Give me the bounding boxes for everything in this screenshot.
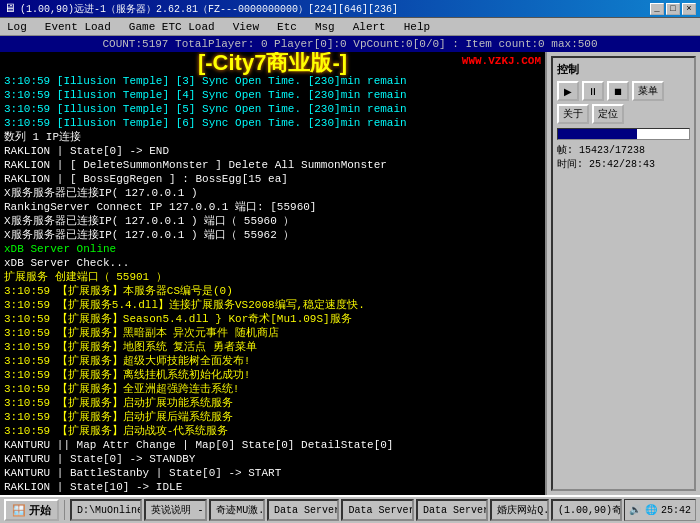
minimize-button[interactable]: _ [650, 3, 664, 15]
watermark: WWW.VZKJ.COM [462, 54, 541, 68]
app-icon: 🖥 [4, 1, 16, 16]
control-btn-菜单[interactable]: 菜单 [632, 81, 664, 101]
title-bar-controls: _ □ × [650, 3, 696, 15]
start-label: 开始 [29, 503, 51, 518]
log-line: X服务服务器已连接IP( 127.0.0.1 ) 端口（ 55960 ） [4, 214, 541, 228]
log-line: 3:10:59 【扩展服务】本服务器CS编号是(0) [4, 284, 541, 298]
menu-item-msg[interactable]: Msg [312, 20, 338, 34]
log-line: 3:10:59 【扩展服务】离线挂机系统初始化成功! [4, 368, 541, 382]
time-label: 时间: [557, 159, 583, 170]
maximize-button[interactable]: □ [666, 3, 680, 15]
log-line: 3:10:59 【扩展服务】启动扩展后端系统服务 [4, 410, 541, 424]
taskbar-divider [64, 500, 65, 520]
log-line: RAKLION | State[0] -> END [4, 144, 541, 158]
log-line: RAKLION | [ BossEggRegen ] : BossEgg[15 … [4, 172, 541, 186]
control-stats: 帧: 15423/17238 时间: 25:42/28:43 [557, 144, 690, 172]
log-line: 3:10:59 [Illusion Temple] [6] Sync Open … [4, 116, 541, 130]
menu-item-view[interactable]: View [230, 20, 262, 34]
log-container: 3:10:59 [Illusion Temple] [3] Sync Open … [4, 74, 541, 494]
menu-bar: LogEvent LoadGame ETC LoadViewEtcMsgAler… [0, 18, 700, 36]
log-line: 3:10:59 【扩展服务】Season5.4.dll } Kor奇术[Mu1.… [4, 312, 541, 326]
server-title: [-City7商业版-] [4, 56, 541, 70]
control-title: 控制 [557, 62, 690, 77]
log-line: 3:10:59 【扩展服务】全亚洲超强跨连击系统! [4, 382, 541, 396]
log-line: 3:10:59 【扩展服务】启动战攻-代系统服务 [4, 424, 541, 438]
menu-item-event-load[interactable]: Event Load [42, 20, 114, 34]
control-btn-⏸[interactable]: ⏸ [582, 81, 604, 101]
control-btn-⏹[interactable]: ⏹ [607, 81, 629, 101]
title-bar-left: 🖥 (1.00,90)远进-1（服务器）2.62.81（FZ---0000000… [4, 1, 398, 16]
console-area: WWW.VZKJ.COM [-City7商业版-] 3:10:59 [Illus… [0, 52, 545, 495]
control-buttons: ▶⏸⏹菜单关于定位 [557, 81, 690, 124]
log-line: X服务服务器已连接IP( 127.0.0.1 ) 端口（ 55962 ） [4, 228, 541, 242]
window-title: (1.00,90)远进-1（服务器）2.62.81（FZ---000000000… [20, 2, 398, 16]
time-stat: 时间: 25:42/28:43 [557, 158, 690, 172]
log-line: X服务服务器已连接IP( 127.0.0.1 ) [4, 186, 541, 200]
close-button[interactable]: × [682, 3, 696, 15]
log-line: 3:10:59 【扩展服务】地图系统 复活点 勇者菜单 [4, 340, 541, 354]
log-line: 数列 1 IP连接 [4, 130, 541, 144]
taskbar-task[interactable]: D:\MuOnline... [70, 499, 142, 521]
menu-item-game-etc-load[interactable]: Game ETC Load [126, 20, 218, 34]
frames-label: 帧: [557, 145, 573, 156]
menu-item-etc[interactable]: Etc [274, 20, 300, 34]
log-line: 3:10:59 [Illusion Temple] [4] Sync Open … [4, 88, 541, 102]
taskbar-task[interactable]: 婚庆网站Q... [490, 499, 549, 521]
right-panel: 控制 ▶⏸⏹菜单关于定位 帧: 15423/17238 时间: 25:42/28… [545, 52, 700, 495]
log-line: RAKLION | State[10] -> IDLE [4, 480, 541, 494]
control-btn-关于[interactable]: 关于 [557, 104, 589, 124]
main-area: WWW.VZKJ.COM [-City7商业版-] 3:10:59 [Illus… [0, 52, 700, 495]
taskbar-task[interactable]: 英说说明 -... [144, 499, 207, 521]
menu-item-alert[interactable]: Alert [350, 20, 389, 34]
taskbar-task[interactable]: Data Server... [416, 499, 488, 521]
log-line: 3:10:59 【扩展服务】黑暗副本 异次元事件 随机商店 [4, 326, 541, 340]
log-line: KANTURU | BattleStanby | State[0] -> STA… [4, 466, 541, 480]
control-btn-定位[interactable]: 定位 [592, 104, 624, 124]
start-button[interactable]: 🪟 开始 [4, 499, 59, 521]
info-text: COUNT:5197 TotalPlayer: 0 Player[0]:0 Vp… [102, 38, 597, 50]
info-bar: COUNT:5197 TotalPlayer: 0 Player[0]:0 Vp… [0, 36, 700, 52]
taskbar-task[interactable]: Data Server... [341, 499, 413, 521]
title-bar: 🖥 (1.00,90)远进-1（服务器）2.62.81（FZ---0000000… [0, 0, 700, 18]
log-line: xDB Server Online [4, 242, 541, 256]
log-line: 3:10:59 [Illusion Temple] [5] Sync Open … [4, 102, 541, 116]
log-line: 3:10:59 【扩展服务5.4.dll】连接扩展服务VS2008编写,稳定速度… [4, 298, 541, 312]
log-line: RankingServer Connect IP 127.0.0.1 端口: [… [4, 200, 541, 214]
tray-time: 25:42 [661, 505, 691, 516]
menu-item-help[interactable]: Help [401, 20, 433, 34]
log-line: 3:10:59 【扩展服务】超级大师技能树全面发布! [4, 354, 541, 368]
control-box: 控制 ▶⏸⏹菜单关于定位 帧: 15423/17238 时间: 25:42/28… [551, 56, 696, 491]
tray-icon-network: 🌐 [645, 504, 657, 516]
log-line: xDB Server Check... [4, 256, 541, 270]
tray-icon-sound: 🔊 [629, 504, 641, 516]
taskbar-task[interactable]: 奇迹MU激... [209, 499, 265, 521]
control-progress-bar [558, 129, 637, 139]
taskbar-task[interactable]: Data Server... [267, 499, 339, 521]
log-line: KANTURU || Map Attr Change | Map[0] Stat… [4, 438, 541, 452]
log-line: 3:10:59 [Illusion Temple] [3] Sync Open … [4, 74, 541, 88]
control-btn-▶[interactable]: ▶ [557, 81, 579, 101]
log-line: RAKLION | [ DeleteSummonMonster ] Delete… [4, 158, 541, 172]
menu-item-log[interactable]: Log [4, 20, 30, 34]
control-progress [557, 128, 690, 140]
log-line: KANTURU | State[0] -> STANDBY [4, 452, 541, 466]
taskbar: 🪟 开始 D:\MuOnline...英说说明 -...奇迹MU激...Data… [0, 495, 700, 523]
taskbar-tray: 🔊 🌐 25:42 [624, 499, 696, 521]
taskbar-task[interactable]: (1.00,90)奇... [551, 499, 622, 521]
frames-stat: 帧: 15423/17238 [557, 144, 690, 158]
log-line: 扩展服务 创建端口（ 55901 ） [4, 270, 541, 284]
frames-value: 15423/17238 [579, 145, 645, 156]
log-line: 3:10:59 【扩展服务】启动扩展功能系统服务 [4, 396, 541, 410]
task-buttons: D:\MuOnline...英说说明 -...奇迹MU激...Data Serv… [70, 499, 622, 521]
start-icon: 🪟 [12, 504, 26, 517]
time-value: 25:42/28:43 [589, 159, 655, 170]
